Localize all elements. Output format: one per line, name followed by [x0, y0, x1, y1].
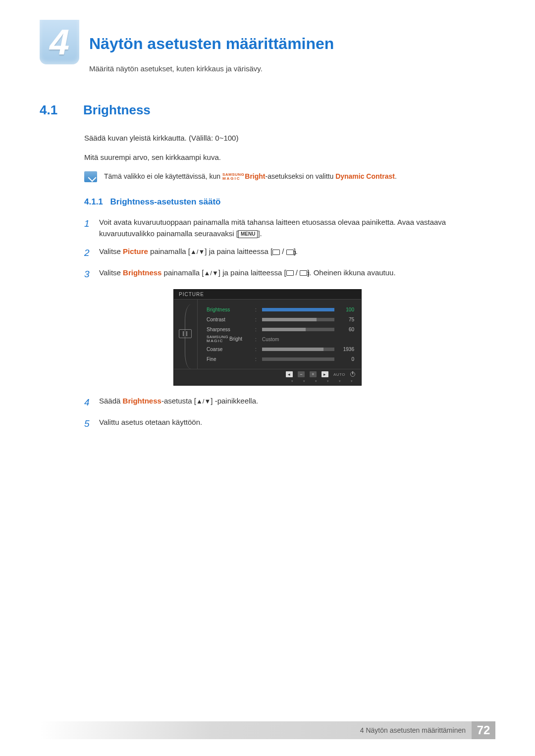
screen-wide-icon	[300, 270, 307, 276]
chapter-description: Määritä näytön asetukset, kuten kirkkaus…	[89, 64, 495, 73]
chapter-title: Näytön asetusten määrittäminen	[89, 35, 334, 53]
note-text: Tämä valikko ei ole käytettävissä, kun S…	[104, 171, 397, 182]
osd-screenshot: PICTURE Brightness : 100 Contrast :	[173, 289, 362, 386]
step-4: 4 Säädä Brightness-asetusta [▲/▼] -paini…	[84, 396, 495, 410]
section-title: Brightness	[83, 102, 151, 118]
subsection-heading: 4.1.1 Brightness-asetusten säätö	[84, 197, 495, 207]
samsung-magic-label: SAMSUNGMAGIC	[222, 173, 244, 181]
step-1: 1 Voit avata kuvaruutuoppaan painamalla …	[84, 217, 495, 239]
up-down-arrow-icon: ▲/▼	[204, 269, 218, 277]
osd-btn-left-icon: ◂	[286, 371, 293, 377]
osd-row-brightness: Brightness : 100	[207, 304, 354, 314]
up-down-arrow-icon: ▲/▼	[190, 248, 205, 255]
section-number: 4.1	[40, 102, 69, 118]
osd-footer: ◂ − + ▸ AUTO	[174, 369, 361, 379]
section-intro-2: Mitä suurempi arvo, sen kirkkaampi kuva.	[84, 152, 495, 162]
screen-icon	[272, 250, 280, 255]
section-intro-1: Säädä kuvan yleistä kirkkautta. (Välillä…	[84, 133, 495, 143]
osd-btn-minus-icon: −	[298, 371, 305, 377]
section-heading: 4.1 Brightness	[40, 102, 495, 118]
osd-row-magic-bright: SAMSUNGMAGICBright : Custom	[207, 334, 354, 344]
footer-page-number: 72	[472, 721, 495, 739]
step-3: 3 Valitse Brightness painamalla [▲/▼] ja…	[84, 267, 495, 282]
osd-auto-label: AUTO	[333, 372, 345, 377]
osd-row-coarse: Coarse : 1936	[207, 344, 354, 354]
subsection-title: Brightness-asetusten säätö	[110, 197, 221, 206]
page-footer: 4 Näytön asetusten määrittäminen 72	[40, 721, 495, 739]
up-down-arrow-icon: ▲/▼	[196, 398, 211, 405]
osd-rows: Brightness : 100 Contrast : 75 Sharpness…	[198, 300, 361, 369]
osd-picture-category-icon	[179, 329, 192, 338]
chapter-header: 4 Näytön asetusten määrittäminen	[40, 20, 495, 64]
osd-sidebar	[174, 300, 198, 369]
steps-list: 1 Voit avata kuvaruutuoppaan painamalla …	[84, 217, 495, 281]
osd-header: PICTURE	[174, 290, 361, 300]
osd-btn-plus-icon: +	[310, 371, 317, 377]
screen-icon	[286, 270, 294, 276]
footer-title: 4 Näytön asetusten määrittäminen	[40, 721, 472, 739]
osd-power-icon	[350, 372, 355, 377]
note-icon	[84, 171, 97, 182]
osd-row-sharpness: Sharpness : 60	[207, 324, 354, 334]
steps-list-continued: 4 Säädä Brightness-asetusta [▲/▼] -paini…	[84, 396, 495, 431]
chapter-number-badge: 4	[40, 20, 79, 64]
screen-wide-icon	[286, 250, 294, 255]
osd-row-fine: Fine : 0	[207, 354, 354, 364]
osd-btn-right-icon: ▸	[321, 371, 328, 377]
step-5: 5 Valittu asetus otetaan käyttöön.	[84, 417, 495, 431]
osd-row-contrast: Contrast : 75	[207, 314, 354, 324]
step-2: 2 Valitse Picture painamalla [▲/▼] ja pa…	[84, 246, 495, 260]
chapter-number: 4	[50, 22, 69, 62]
subsection-number: 4.1.1	[84, 197, 103, 206]
menu-button-glyph: MENU	[238, 230, 258, 238]
note: Tämä valikko ei ole käytettävissä, kun S…	[84, 171, 495, 182]
